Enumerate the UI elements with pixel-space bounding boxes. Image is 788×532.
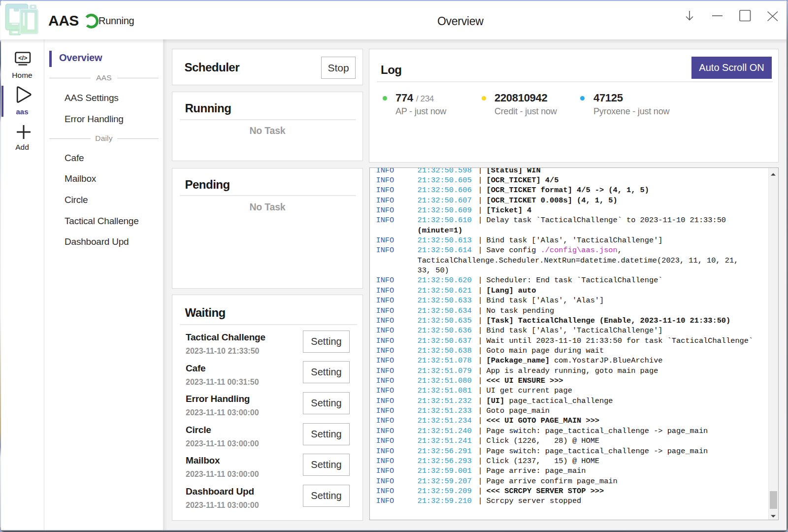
svg-text:</>: </> — [18, 54, 28, 62]
